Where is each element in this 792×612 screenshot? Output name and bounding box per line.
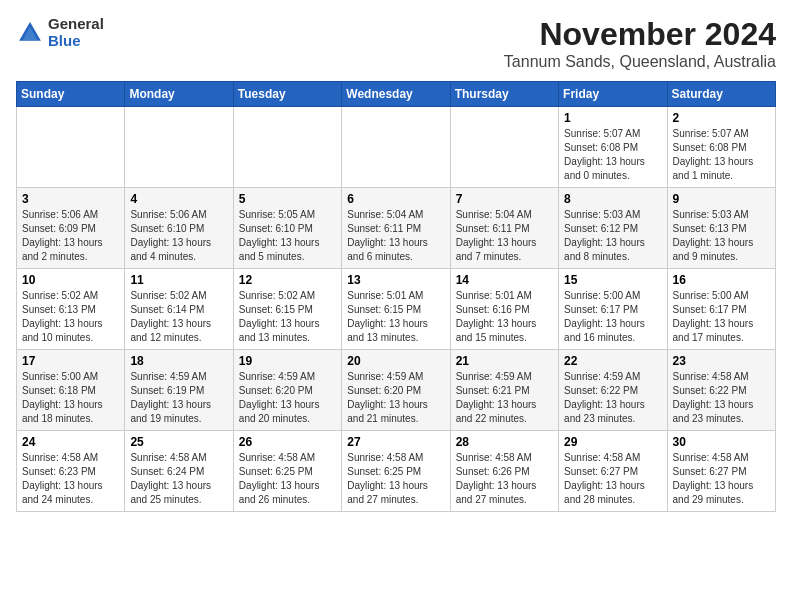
day-number: 28 (456, 435, 553, 449)
cell-content: Sunrise: 5:02 AM Sunset: 6:15 PM Dayligh… (239, 289, 336, 345)
weekday-tuesday: Tuesday (233, 82, 341, 107)
calendar-cell: 14Sunrise: 5:01 AM Sunset: 6:16 PM Dayli… (450, 269, 558, 350)
week-row-2: 3Sunrise: 5:06 AM Sunset: 6:09 PM Daylig… (17, 188, 776, 269)
calendar-cell: 24Sunrise: 4:58 AM Sunset: 6:23 PM Dayli… (17, 431, 125, 512)
cell-content: Sunrise: 4:58 AM Sunset: 6:27 PM Dayligh… (564, 451, 661, 507)
logo-general: General (48, 15, 104, 32)
cell-content: Sunrise: 4:59 AM Sunset: 6:20 PM Dayligh… (239, 370, 336, 426)
day-number: 27 (347, 435, 444, 449)
logo: General Blue (16, 16, 104, 49)
calendar-cell: 3Sunrise: 5:06 AM Sunset: 6:09 PM Daylig… (17, 188, 125, 269)
cell-content: Sunrise: 5:04 AM Sunset: 6:11 PM Dayligh… (347, 208, 444, 264)
cell-content: Sunrise: 4:59 AM Sunset: 6:22 PM Dayligh… (564, 370, 661, 426)
calendar-cell: 26Sunrise: 4:58 AM Sunset: 6:25 PM Dayli… (233, 431, 341, 512)
day-number: 10 (22, 273, 119, 287)
cell-content: Sunrise: 4:58 AM Sunset: 6:24 PM Dayligh… (130, 451, 227, 507)
calendar-cell: 13Sunrise: 5:01 AM Sunset: 6:15 PM Dayli… (342, 269, 450, 350)
calendar-cell: 9Sunrise: 5:03 AM Sunset: 6:13 PM Daylig… (667, 188, 775, 269)
calendar-cell: 25Sunrise: 4:58 AM Sunset: 6:24 PM Dayli… (125, 431, 233, 512)
day-number: 14 (456, 273, 553, 287)
day-number: 19 (239, 354, 336, 368)
day-number: 17 (22, 354, 119, 368)
week-row-3: 10Sunrise: 5:02 AM Sunset: 6:13 PM Dayli… (17, 269, 776, 350)
day-number: 30 (673, 435, 770, 449)
day-number: 6 (347, 192, 444, 206)
calendar-cell: 8Sunrise: 5:03 AM Sunset: 6:12 PM Daylig… (559, 188, 667, 269)
page-header: General Blue November 2024 Tannum Sands,… (16, 16, 776, 71)
calendar-cell: 6Sunrise: 5:04 AM Sunset: 6:11 PM Daylig… (342, 188, 450, 269)
location-title: Tannum Sands, Queensland, Australia (504, 53, 776, 71)
calendar-cell: 18Sunrise: 4:59 AM Sunset: 6:19 PM Dayli… (125, 350, 233, 431)
weekday-thursday: Thursday (450, 82, 558, 107)
cell-content: Sunrise: 5:00 AM Sunset: 6:17 PM Dayligh… (564, 289, 661, 345)
day-number: 15 (564, 273, 661, 287)
cell-content: Sunrise: 5:06 AM Sunset: 6:10 PM Dayligh… (130, 208, 227, 264)
logo-blue: Blue (48, 32, 81, 49)
cell-content: Sunrise: 4:58 AM Sunset: 6:27 PM Dayligh… (673, 451, 770, 507)
day-number: 25 (130, 435, 227, 449)
day-number: 11 (130, 273, 227, 287)
calendar-cell: 30Sunrise: 4:58 AM Sunset: 6:27 PM Dayli… (667, 431, 775, 512)
weekday-friday: Friday (559, 82, 667, 107)
calendar-cell: 4Sunrise: 5:06 AM Sunset: 6:10 PM Daylig… (125, 188, 233, 269)
day-number: 3 (22, 192, 119, 206)
day-number: 26 (239, 435, 336, 449)
calendar-cell: 17Sunrise: 5:00 AM Sunset: 6:18 PM Dayli… (17, 350, 125, 431)
calendar-cell: 1Sunrise: 5:07 AM Sunset: 6:08 PM Daylig… (559, 107, 667, 188)
cell-content: Sunrise: 4:59 AM Sunset: 6:21 PM Dayligh… (456, 370, 553, 426)
day-number: 22 (564, 354, 661, 368)
logo-text: General Blue (48, 16, 104, 49)
calendar-cell: 29Sunrise: 4:58 AM Sunset: 6:27 PM Dayli… (559, 431, 667, 512)
calendar-body: 1Sunrise: 5:07 AM Sunset: 6:08 PM Daylig… (17, 107, 776, 512)
day-number: 29 (564, 435, 661, 449)
day-number: 2 (673, 111, 770, 125)
calendar-cell: 5Sunrise: 5:05 AM Sunset: 6:10 PM Daylig… (233, 188, 341, 269)
cell-content: Sunrise: 5:02 AM Sunset: 6:14 PM Dayligh… (130, 289, 227, 345)
day-number: 4 (130, 192, 227, 206)
calendar-cell: 2Sunrise: 5:07 AM Sunset: 6:08 PM Daylig… (667, 107, 775, 188)
cell-content: Sunrise: 4:58 AM Sunset: 6:25 PM Dayligh… (239, 451, 336, 507)
cell-content: Sunrise: 5:01 AM Sunset: 6:16 PM Dayligh… (456, 289, 553, 345)
cell-content: Sunrise: 4:59 AM Sunset: 6:19 PM Dayligh… (130, 370, 227, 426)
calendar-cell: 27Sunrise: 4:58 AM Sunset: 6:25 PM Dayli… (342, 431, 450, 512)
weekday-saturday: Saturday (667, 82, 775, 107)
day-number: 24 (22, 435, 119, 449)
calendar-cell: 20Sunrise: 4:59 AM Sunset: 6:20 PM Dayli… (342, 350, 450, 431)
calendar-cell: 23Sunrise: 4:58 AM Sunset: 6:22 PM Dayli… (667, 350, 775, 431)
cell-content: Sunrise: 4:58 AM Sunset: 6:23 PM Dayligh… (22, 451, 119, 507)
cell-content: Sunrise: 4:58 AM Sunset: 6:26 PM Dayligh… (456, 451, 553, 507)
day-number: 8 (564, 192, 661, 206)
day-number: 21 (456, 354, 553, 368)
calendar-cell: 28Sunrise: 4:58 AM Sunset: 6:26 PM Dayli… (450, 431, 558, 512)
week-row-4: 17Sunrise: 5:00 AM Sunset: 6:18 PM Dayli… (17, 350, 776, 431)
day-number: 7 (456, 192, 553, 206)
calendar-cell: 16Sunrise: 5:00 AM Sunset: 6:17 PM Dayli… (667, 269, 775, 350)
calendar-cell: 7Sunrise: 5:04 AM Sunset: 6:11 PM Daylig… (450, 188, 558, 269)
logo-icon (16, 19, 44, 47)
calendar-cell (450, 107, 558, 188)
day-number: 16 (673, 273, 770, 287)
calendar-cell: 11Sunrise: 5:02 AM Sunset: 6:14 PM Dayli… (125, 269, 233, 350)
calendar-cell: 21Sunrise: 4:59 AM Sunset: 6:21 PM Dayli… (450, 350, 558, 431)
day-number: 18 (130, 354, 227, 368)
calendar-table: SundayMondayTuesdayWednesdayThursdayFrid… (16, 81, 776, 512)
weekday-sunday: Sunday (17, 82, 125, 107)
cell-content: Sunrise: 5:07 AM Sunset: 6:08 PM Dayligh… (564, 127, 661, 183)
weekday-monday: Monday (125, 82, 233, 107)
cell-content: Sunrise: 5:03 AM Sunset: 6:12 PM Dayligh… (564, 208, 661, 264)
calendar-cell (233, 107, 341, 188)
cell-content: Sunrise: 5:01 AM Sunset: 6:15 PM Dayligh… (347, 289, 444, 345)
cell-content: Sunrise: 5:00 AM Sunset: 6:17 PM Dayligh… (673, 289, 770, 345)
cell-content: Sunrise: 4:58 AM Sunset: 6:25 PM Dayligh… (347, 451, 444, 507)
title-area: November 2024 Tannum Sands, Queensland, … (504, 16, 776, 71)
day-number: 20 (347, 354, 444, 368)
month-title: November 2024 (504, 16, 776, 53)
week-row-5: 24Sunrise: 4:58 AM Sunset: 6:23 PM Dayli… (17, 431, 776, 512)
calendar-cell: 10Sunrise: 5:02 AM Sunset: 6:13 PM Dayli… (17, 269, 125, 350)
calendar-cell (342, 107, 450, 188)
cell-content: Sunrise: 4:58 AM Sunset: 6:22 PM Dayligh… (673, 370, 770, 426)
cell-content: Sunrise: 5:05 AM Sunset: 6:10 PM Dayligh… (239, 208, 336, 264)
day-number: 13 (347, 273, 444, 287)
day-number: 12 (239, 273, 336, 287)
week-row-1: 1Sunrise: 5:07 AM Sunset: 6:08 PM Daylig… (17, 107, 776, 188)
